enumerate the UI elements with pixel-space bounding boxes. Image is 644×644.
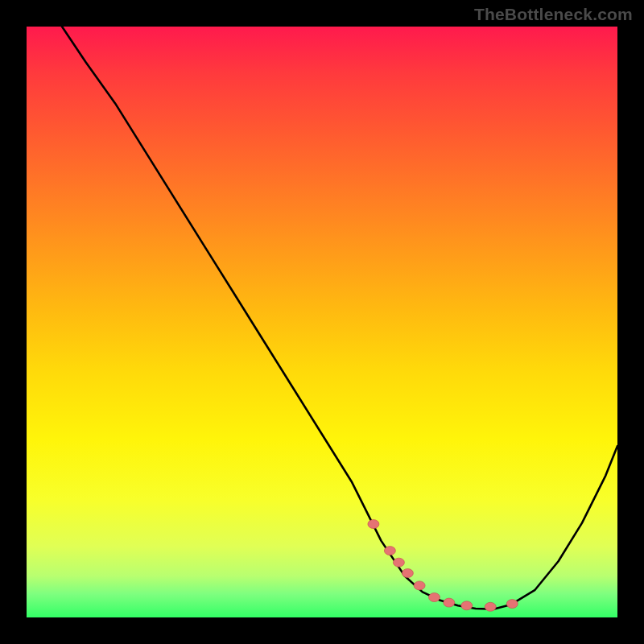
- bottleneck-curve: [62, 27, 617, 609]
- curve-marker: [368, 520, 379, 529]
- marker-group: [368, 520, 518, 612]
- curve-marker: [461, 601, 473, 610]
- curve-svg: [27, 27, 617, 617]
- curve-marker: [429, 593, 440, 602]
- curve-marker: [384, 547, 395, 555]
- curve-marker: [414, 581, 425, 590]
- curve-marker: [485, 602, 496, 611]
- attribution-label: TheBottleneck.com: [474, 5, 633, 24]
- curve-marker: [402, 569, 413, 578]
- curve-marker: [506, 600, 518, 609]
- plot-area: [27, 27, 617, 617]
- curve-marker: [444, 598, 455, 607]
- curve-marker: [393, 558, 404, 567]
- chart-frame: TheBottleneck.com: [0, 0, 644, 644]
